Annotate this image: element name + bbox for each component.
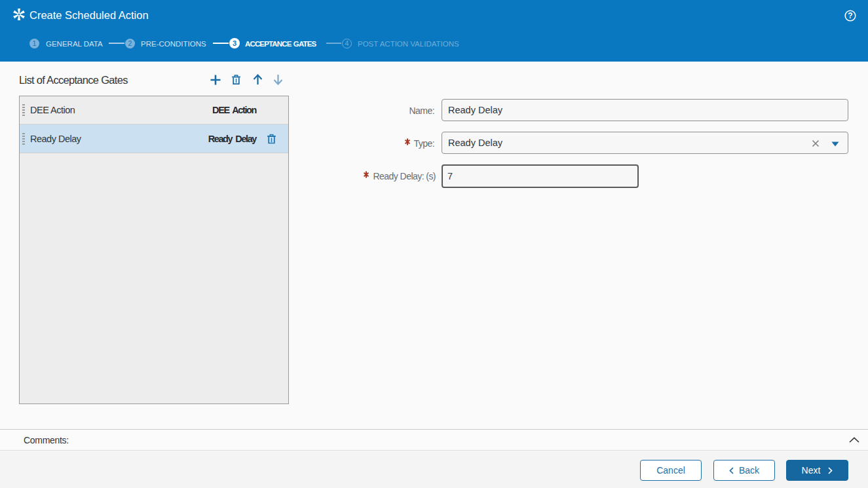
svg-text:?: ? xyxy=(848,11,852,20)
